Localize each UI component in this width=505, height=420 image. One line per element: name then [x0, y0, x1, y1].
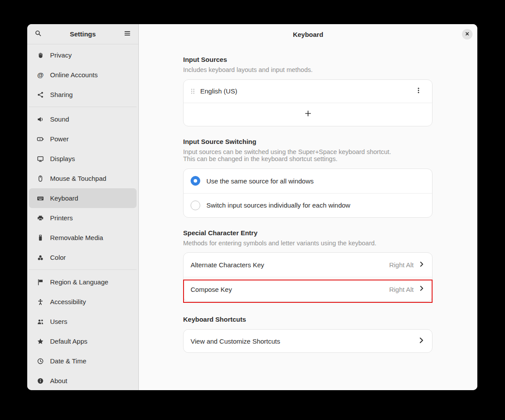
- section-title: Input Sources: [183, 56, 433, 63]
- keyboard-settings-content: Input Sources Includes keyboard layouts …: [139, 44, 477, 366]
- sidebar-item-displays[interactable]: Displays: [29, 149, 137, 169]
- sidebar-item-label: Accessibility: [50, 298, 86, 305]
- hand-icon: [37, 52, 44, 59]
- sidebar-item-label: Online Accounts: [50, 71, 97, 79]
- sidebar-item-label: Privacy: [50, 51, 72, 59]
- row-value: Right Alt: [389, 261, 414, 269]
- input-source-row[interactable]: English (US): [184, 80, 432, 103]
- sidebar-item-accessibility[interactable]: Accessibility: [29, 292, 137, 312]
- option-per-window[interactable]: Switch input sources individually for ea…: [184, 193, 432, 217]
- sidebar-item-label: Removable Media: [50, 234, 103, 241]
- description-line: Input sources can be switched using the …: [183, 148, 391, 155]
- battery-icon: [37, 136, 44, 143]
- input-sources-card: English (US): [183, 79, 433, 126]
- sidebar-item-region-language[interactable]: Region & Language: [29, 272, 137, 292]
- display-icon: [37, 155, 44, 162]
- color-icon: [37, 254, 44, 261]
- source-options-button[interactable]: [412, 85, 425, 98]
- plus-icon: [304, 110, 312, 119]
- sidebar-item-date-time[interactable]: Date & Time: [29, 351, 137, 371]
- section-special-character-entry: Special Character Entry Methods for ente…: [183, 229, 433, 302]
- sidebar-item-label: Users: [50, 318, 67, 325]
- row-value: Right Alt: [389, 286, 414, 293]
- sidebar-header: Settings: [27, 24, 138, 44]
- sidebar-item-label: Date & Time: [50, 357, 87, 365]
- users-icon: [37, 318, 44, 325]
- sidebar-item-mouse-touchpad[interactable]: Mouse & Touchpad: [29, 169, 137, 188]
- at-icon: @: [37, 72, 44, 79]
- settings-window: Settings Privacy @ Online Accounts: [27, 24, 477, 390]
- section-title: Special Character Entry: [183, 229, 433, 237]
- close-icon: [464, 30, 471, 39]
- section-keyboard-shortcuts: Keyboard Shortcuts View and Customize Sh…: [183, 316, 433, 353]
- section-input-source-switching: Input Source Switching Input sources can…: [183, 138, 433, 218]
- sidebar-item-color[interactable]: Color: [29, 248, 137, 267]
- section-description: Includes keyboard layouts and input meth…: [183, 66, 433, 74]
- main-panel: Keyboard Input Sources Includes keyboard…: [139, 24, 477, 390]
- sidebar-item-label: Region & Language: [50, 278, 108, 286]
- drag-handle-icon[interactable]: [191, 88, 195, 95]
- sidebar-item-keyboard[interactable]: Keyboard: [29, 188, 137, 208]
- add-input-source-button[interactable]: [184, 103, 432, 126]
- kebab-menu-icon: [415, 87, 422, 95]
- row-label: View and Customize Shortcuts: [191, 337, 280, 345]
- sidebar-item-online-accounts[interactable]: @ Online Accounts: [29, 65, 137, 85]
- close-button[interactable]: [462, 29, 473, 39]
- sidebar-item-label: About: [50, 377, 67, 384]
- sidebar-item-sound[interactable]: Sound: [29, 109, 137, 129]
- sidebar-divider: [29, 269, 137, 270]
- sidebar-item-privacy[interactable]: Privacy: [29, 45, 137, 65]
- sidebar: Settings Privacy @ Online Accounts: [27, 24, 139, 390]
- flag-icon: [37, 279, 44, 286]
- sidebar-item-label: Sharing: [50, 91, 73, 98]
- row-label: Alternate Characters Key: [191, 261, 264, 269]
- sidebar-divider: [29, 107, 137, 107]
- speaker-icon: [37, 116, 44, 123]
- section-description: Input sources can be switched using the …: [183, 148, 433, 163]
- section-input-sources: Input Sources Includes keyboard layouts …: [183, 56, 433, 126]
- search-icon: [35, 30, 42, 38]
- clock-icon: [37, 358, 44, 365]
- sidebar-item-label: Mouse & Touchpad: [50, 175, 106, 182]
- accessibility-icon: [37, 298, 44, 305]
- option-same-source[interactable]: Use the same source for all windows: [184, 169, 432, 193]
- radio-unselected-icon[interactable]: [191, 201, 200, 210]
- share-icon: [37, 91, 44, 98]
- sidebar-item-users[interactable]: Users: [29, 312, 137, 331]
- mouse-icon: [37, 175, 44, 182]
- alternate-characters-key-row[interactable]: Alternate Characters Key Right Alt: [184, 253, 432, 277]
- special-entry-card: Alternate Characters Key Right Alt Compo…: [183, 252, 433, 302]
- hamburger-icon: [124, 30, 131, 38]
- shortcuts-card: View and Customize Shortcuts: [183, 329, 433, 353]
- page-title: Keyboard: [293, 31, 323, 38]
- radio-selected-icon[interactable]: [191, 176, 200, 186]
- view-customize-shortcuts-row[interactable]: View and Customize Shortcuts: [184, 330, 432, 352]
- sidebar-item-label: Printers: [50, 214, 73, 222]
- section-title: Keyboard Shortcuts: [183, 316, 433, 323]
- sidebar-item-about[interactable]: About: [29, 371, 137, 390]
- description-line: This can be changed in the keyboard shor…: [183, 155, 337, 162]
- sidebar-item-printers[interactable]: Printers: [29, 208, 137, 228]
- menu-button[interactable]: [122, 29, 133, 39]
- app-title: Settings: [70, 30, 96, 38]
- sidebar-item-label: Keyboard: [50, 194, 78, 202]
- sidebar-item-label: Displays: [50, 155, 75, 162]
- sidebar-item-label: Power: [50, 135, 69, 143]
- chevron-right-icon: [418, 261, 425, 269]
- sidebar-list: Privacy @ Online Accounts Sharing Sound: [27, 44, 138, 390]
- option-label: Use the same source for all windows: [206, 177, 314, 185]
- section-description: Methods for entering symbols and letter …: [183, 240, 433, 247]
- switching-card: Use the same source for all windows Swit…: [183, 169, 433, 218]
- sidebar-item-default-apps[interactable]: Default Apps: [29, 331, 137, 351]
- input-source-name: English (US): [200, 87, 237, 95]
- section-title: Input Source Switching: [183, 138, 433, 145]
- info-icon: [37, 377, 44, 384]
- sidebar-item-sharing[interactable]: Sharing: [29, 85, 137, 104]
- sidebar-item-removable-media[interactable]: Removable Media: [29, 228, 137, 248]
- sidebar-item-power[interactable]: Power: [29, 129, 137, 149]
- chevron-right-icon: [418, 337, 425, 346]
- compose-key-row[interactable]: Compose Key Right Alt: [184, 277, 432, 301]
- search-button[interactable]: [33, 29, 43, 39]
- sidebar-item-label: Default Apps: [50, 337, 87, 345]
- usb-icon: [37, 234, 44, 241]
